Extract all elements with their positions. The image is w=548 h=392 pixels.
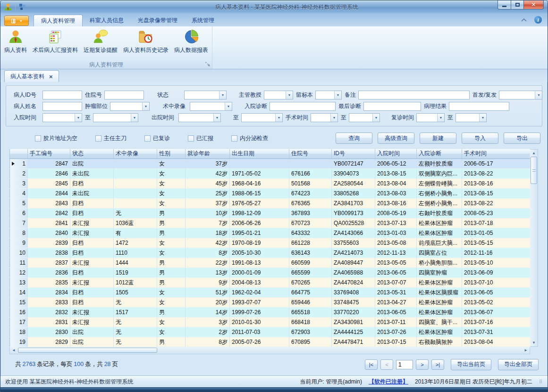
column-header-性别[interactable]: 性别 — [157, 149, 185, 158]
chevron-down-icon[interactable]: ▼ — [535, 91, 542, 99]
table-row[interactable]: 22846未出院女42岁1971-05-02676166339040732013… — [10, 168, 531, 178]
column-header-术中录像[interactable]: 术中录像 — [114, 149, 157, 158]
chevron-down-icon[interactable]: ▼ — [131, 114, 138, 122]
table-row[interactable]: 82840未汇报有男18岁1995-01-21643332ZA414306620… — [10, 228, 531, 238]
chevron-down-icon[interactable]: ▼ — [275, 114, 282, 122]
advanced-query-button[interactable]: 高级查询 — [378, 133, 414, 144]
table-row[interactable]: 62842归档无男10岁1998-12-09367893YB0099173200… — [10, 208, 531, 218]
discharge-time-to-combo[interactable]: ▼ — [241, 113, 283, 122]
export-current-page-button[interactable]: 导出当前页 — [451, 359, 491, 370]
first-recurrence-combo[interactable]: ▼ — [499, 91, 542, 100]
chevron-down-icon[interactable]: ▼ — [437, 114, 444, 122]
last-page-button[interactable]: >| — [431, 359, 444, 370]
table-row[interactable]: 152833归档无女20岁1993-07-0765944633748475201… — [10, 297, 531, 307]
chief-surgeon-checkbox[interactable]: 主任主刀 — [95, 134, 126, 142]
patient-data-button[interactable]: 病人资料 — [1, 27, 30, 60]
quick-access-icon[interactable] — [18, 3, 26, 11]
resize-grip-icon[interactable]: ⠿ — [539, 379, 543, 384]
chevron-down-icon[interactable]: ▼ — [372, 114, 379, 122]
table-row[interactable]: 142834归档1505女51岁1962-02-0466477533769408… — [10, 287, 531, 297]
import-button[interactable]: 导入 — [462, 133, 498, 144]
table-row[interactable]: 32845归档女45岁1968-04-16501568ZA25805442013… — [10, 178, 531, 188]
remarks-input[interactable] — [358, 91, 470, 100]
collapse-ribbon-icon[interactable] — [521, 18, 527, 22]
close-tab-icon[interactable]: × — [49, 74, 53, 80]
table-row[interactable]: 192829出院无男8岁2005-07-26670895ZA4478471201… — [10, 337, 531, 347]
checkbox-icon[interactable] — [144, 135, 151, 142]
chevron-down-icon[interactable]: ▼ — [479, 114, 486, 122]
table-row[interactable]: 42844未出院女25岁1988-06-15674223338052682013… — [10, 188, 531, 198]
followup-reminder-button[interactable]: 近期复诊提醒 — [81, 27, 120, 60]
column-header-入院诊断[interactable]: 入院诊断 — [417, 149, 462, 158]
chevron-down-icon[interactable]: ▼ — [213, 114, 220, 122]
scroll-down-icon[interactable]: ▼ — [530, 339, 538, 346]
specimen-combo[interactable]: ▼ — [315, 91, 342, 100]
followup-time-to-combo[interactable]: ▼ — [455, 113, 487, 122]
vertical-scroll-thumb[interactable] — [531, 157, 537, 184]
chevron-down-icon[interactable]: ▼ — [286, 91, 293, 99]
postop-report-button[interactable]: 术后病人汇报资料 — [30, 27, 81, 60]
patient-history-button[interactable]: 病人资料历史记录 — [120, 27, 171, 60]
scroll-left-icon[interactable]: ◄ — [10, 347, 17, 353]
table-row[interactable]: 132835未汇报1012蓝男9岁2004-08-13670265ZA44708… — [10, 277, 531, 287]
column-header-状态[interactable]: 状态 — [70, 149, 114, 158]
license-registered-link[interactable]: 【软件已注册】 — [369, 378, 408, 386]
chevron-down-icon[interactable]: ▼ — [75, 114, 82, 122]
followed-up-checkbox[interactable]: 已复诊 — [144, 134, 170, 142]
chevron-down-icon[interactable]: ▼ — [330, 114, 337, 122]
column-header-住院号[interactable]: 住院号 — [289, 149, 332, 158]
table-row[interactable]: 122836归档1519男13岁2000-01-09665599ZA406598… — [10, 267, 531, 277]
admission-time-to-combo[interactable]: ▼ — [93, 113, 138, 122]
discharge-time-from-combo[interactable]: ▼ — [178, 113, 221, 122]
surgery-time-from-combo[interactable]: ▼ — [311, 113, 338, 122]
export-button[interactable]: 导出 — [504, 133, 540, 144]
table-row[interactable]: 12847出院女37岁YB00721472006-05-12左额叶胶质瘤2006… — [10, 158, 531, 168]
prev-page-button[interactable]: < — [380, 359, 393, 370]
table-row[interactable]: 172831未汇报无女3岁2010-01-30668418ZA343098120… — [10, 317, 531, 327]
ribbon-tab-disc-video-management[interactable]: 光盘录像带管理 — [131, 15, 185, 26]
close-button[interactable]: ✕ — [524, 0, 544, 9]
table-row[interactable]: 72841未汇报1036蓝男7岁2006-06-26670723QA002552… — [10, 218, 531, 228]
minimize-button[interactable] — [497, 0, 511, 9]
query-button[interactable]: 查询 — [336, 133, 372, 144]
column-header-就诊年龄[interactable]: 就诊年龄 — [185, 149, 230, 158]
status-combo[interactable]: ▼ — [184, 91, 227, 100]
admission-time-from-combo[interactable]: ▼ — [42, 113, 82, 122]
checkbox-icon[interactable] — [231, 135, 237, 142]
chevron-down-icon[interactable]: ▼ — [225, 102, 232, 110]
final-diagnosis-input[interactable] — [363, 102, 421, 111]
surgery-time-to-combo[interactable]: ▼ — [349, 113, 380, 122]
info-icon[interactable]: i — [534, 16, 542, 24]
dialog-launcher-icon[interactable] — [205, 62, 210, 67]
pathology-result-input[interactable] — [449, 102, 509, 111]
admission-no-input[interactable] — [104, 91, 144, 100]
table-row[interactable]: 92839归档1472女42岁1970-08-19661228337556032… — [10, 238, 531, 248]
scroll-up-icon[interactable]: ▲ — [530, 150, 538, 157]
maximize-button[interactable] — [511, 0, 524, 9]
column-header-row-selector[interactable] — [10, 149, 28, 158]
patient-report-button[interactable]: 病人数据报表 — [171, 27, 211, 60]
reported-checkbox[interactable]: 已汇报 — [188, 134, 213, 142]
tab-patient-basic-info[interactable]: 病人基本资料 × — [4, 70, 59, 82]
table-row[interactable]: 162832未汇报1517男14岁1999-07-266655183377022… — [10, 307, 531, 317]
ribbon-tab-patient-data-management[interactable]: 病人资料管理 — [34, 15, 83, 26]
horizontal-scroll-thumb[interactable] — [18, 348, 157, 353]
film-address-empty-checkbox[interactable]: 胶片地址为空 — [35, 134, 77, 142]
intraop-video-combo[interactable]: ▼ — [190, 102, 232, 111]
checkbox-icon[interactable] — [95, 135, 101, 142]
table-row[interactable]: 52843归档女37岁1976-05-27676365ZA38417032013… — [10, 198, 531, 208]
column-header-手术时间[interactable]: 手术时间 — [462, 149, 531, 158]
column-header-出生日期[interactable]: 出生日期 — [230, 149, 289, 158]
horizontal-scrollbar[interactable]: ◄ ► — [9, 347, 530, 354]
next-page-button[interactable]: > — [416, 359, 429, 370]
table-row[interactable]: 182830出院无女2岁2011-07-03672903ZA4444125201… — [10, 327, 531, 337]
endocrine-exam-checkbox[interactable]: 内分泌检查 — [231, 134, 268, 142]
scroll-right-icon[interactable]: ► — [522, 347, 530, 353]
table-row[interactable]: 112837未汇报1444男22岁1991-08-13660599ZA40894… — [10, 258, 531, 267]
professor-combo[interactable]: ▼ — [264, 91, 293, 100]
app-menu-button[interactable]: ▼ — [4, 16, 29, 26]
tumor-site-combo[interactable]: ▼ — [110, 102, 150, 111]
export-all-pages-button[interactable]: 导出全部页 — [498, 359, 539, 370]
checkbox-icon[interactable] — [35, 135, 41, 142]
table-row[interactable]: 102838归档1110女8岁2005-10-30636143ZA4214073… — [10, 248, 531, 258]
